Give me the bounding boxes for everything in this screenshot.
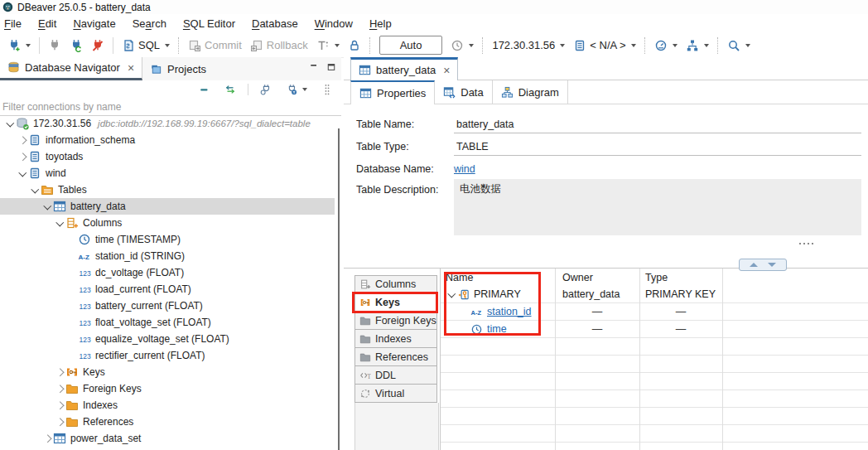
expand-up-icon[interactable] — [750, 263, 758, 267]
keys-grid-empty-row[interactable] — [441, 390, 868, 408]
menu-help[interactable]: Help — [361, 15, 400, 32]
tree-node-load-current-float[interactable]: load_current (FLOAT) — [0, 281, 335, 298]
tree-node-equalize-voltage-set-float[interactable]: equalize_voltage_set (FLOAT) — [0, 331, 335, 347]
chevron-right-icon[interactable] — [54, 366, 65, 378]
database-name-link[interactable]: wind — [454, 163, 475, 175]
chevron-right-icon[interactable] — [41, 433, 53, 444]
execution-plan-button[interactable] — [682, 36, 713, 55]
active-database-button[interactable]: < N/A > — [569, 36, 639, 55]
active-connection-button[interactable]: 172.30.31.56 — [488, 36, 569, 54]
chevron-right-icon[interactable] — [54, 383, 65, 394]
details-tab-ddl[interactable]: DDL — [354, 366, 437, 385]
tree-node-indexes[interactable]: Indexes — [0, 397, 335, 414]
dropdown-caret-icon[interactable] — [673, 44, 678, 47]
disconnect-button[interactable] — [87, 36, 108, 55]
tree-node-toyotads[interactable]: toyotads — [0, 148, 335, 165]
table-description-textarea[interactable]: 电池数据 — [454, 179, 861, 235]
filter-connections-input[interactable] — [0, 99, 341, 115]
subtab-properties[interactable]: Properties — [350, 80, 435, 104]
chevron-down-icon[interactable] — [17, 167, 28, 179]
tab-database-navigator[interactable]: Database Navigator × — [0, 57, 142, 80]
chevron-down-icon[interactable] — [4, 118, 16, 129]
dashboards-button[interactable] — [650, 36, 682, 55]
commit-button[interactable]: Commit — [184, 36, 246, 55]
connection-filter-button[interactable] — [282, 81, 311, 98]
reconnect-button[interactable] — [65, 36, 87, 55]
tree-node-tables[interactable]: Tables — [0, 181, 335, 198]
details-tab-foreign-keys[interactable]: Foreign Keys — [354, 312, 437, 330]
details-tab-indexes[interactable]: Indexes — [354, 330, 437, 348]
keys-grid-empty-row[interactable] — [441, 425, 868, 443]
pending-transactions-button[interactable] — [344, 36, 365, 55]
commit-mode-button[interactable]: Auto — [379, 36, 443, 55]
dropdown-caret-icon[interactable] — [26, 44, 31, 47]
menu-database[interactable]: Database — [244, 15, 306, 32]
dropdown-caret-icon[interactable] — [335, 44, 340, 47]
dropdown-caret-icon[interactable] — [704, 44, 709, 47]
subtab-diagram[interactable]: Diagram — [493, 80, 568, 104]
details-tab-references[interactable]: References — [354, 348, 437, 366]
maximize-view-icon[interactable] — [326, 62, 336, 72]
rollback-button[interactable]: Rollback — [246, 36, 312, 55]
keys-grid-empty-row[interactable] — [441, 338, 868, 356]
chevron-down-icon[interactable] — [41, 201, 53, 212]
keys-grid-empty-row[interactable] — [441, 356, 868, 373]
chevron-right-icon[interactable] — [17, 151, 28, 162]
menu-file[interactable]: File — [0, 15, 30, 32]
menu-sql-editor[interactable]: SQL Editor — [175, 15, 244, 32]
subtab-data[interactable]: Data — [435, 80, 492, 104]
keys-grid-empty-row[interactable] — [441, 443, 868, 450]
dropdown-caret-icon[interactable] — [560, 44, 565, 47]
menu-edit[interactable]: Edit — [30, 15, 65, 32]
details-tab-virtual[interactable]: Virtual — [354, 385, 437, 403]
tree-node-information-schema[interactable]: information_schema — [0, 132, 335, 148]
view-menu-button[interactable] — [317, 81, 337, 98]
menu-search[interactable]: Search — [124, 15, 175, 32]
tree-node-foreign-keys[interactable]: Foreign Keys — [0, 380, 335, 397]
details-tab-columns[interactable]: Columns — [354, 275, 437, 293]
keys-grid-empty-row[interactable] — [441, 408, 868, 425]
menu-navigate[interactable]: Navigate — [65, 15, 123, 32]
section-collapse-control[interactable] — [739, 259, 787, 271]
tree-node-172-30-31-56[interactable]: 172.30.31.56jdbc:iotdb://192.168.99.19:6… — [0, 115, 335, 132]
editor-tab-battery-data[interactable]: battery_data × — [350, 57, 458, 80]
dropdown-caret-icon[interactable] — [302, 88, 307, 91]
table-type-field[interactable]: TABLE — [454, 138, 861, 156]
new-sql-editor-button[interactable]: SQL — [118, 36, 174, 55]
tree-node-time-timestamp[interactable]: time (TIMESTAMP) — [0, 231, 335, 248]
chevron-right-icon[interactable] — [54, 416, 65, 428]
tree-node-rectifier-current-float[interactable]: rectifier_current (FLOAT) — [0, 347, 335, 364]
tree-node-columns[interactable]: Columns — [0, 215, 335, 231]
table-name-field[interactable]: battery_data — [454, 116, 861, 133]
tree-node-references[interactable]: References — [0, 414, 335, 430]
new-connection-button[interactable] — [3, 36, 35, 55]
close-icon[interactable]: × — [443, 65, 450, 76]
sash-grip[interactable] — [799, 243, 813, 244]
dropdown-caret-icon[interactable] — [165, 44, 170, 47]
transaction-history-button[interactable] — [446, 36, 478, 55]
collapse-down-icon[interactable] — [768, 263, 776, 267]
minimize-view-icon[interactable] — [309, 62, 319, 72]
tree-node-float-voltage-set-float[interactable]: float_voltage_set (FLOAT) — [0, 314, 335, 331]
chevron-right-icon[interactable] — [17, 134, 28, 146]
tree-node-dc-voltage-float[interactable]: dc_voltage (FLOAT) — [0, 264, 335, 281]
keys-grid-empty-row[interactable] — [441, 373, 868, 390]
new-connection-small-button[interactable] — [256, 81, 276, 98]
tree-node-battery-data[interactable]: battery_data — [0, 198, 335, 215]
chevron-down-icon[interactable] — [54, 217, 65, 229]
dropdown-caret-icon[interactable] — [745, 44, 750, 47]
connect-button[interactable] — [44, 36, 65, 55]
navigator-scrollbar[interactable] — [338, 128, 340, 450]
tab-projects[interactable]: Projects — [142, 57, 214, 80]
dropdown-caret-icon[interactable] — [631, 44, 636, 47]
column-header-owner[interactable]: Owner — [555, 269, 639, 286]
tree-node-wind[interactable]: wind — [0, 165, 335, 181]
collapse-all-button[interactable] — [195, 81, 215, 98]
tree-node-keys[interactable]: Keys — [0, 364, 335, 380]
menu-window[interactable]: Window — [306, 15, 361, 32]
tree-node-battery-current-float[interactable]: battery_current (FLOAT) — [0, 298, 335, 314]
tree-node-station-id-string[interactable]: station_id (STRING) — [0, 248, 335, 264]
chevron-down-icon[interactable] — [29, 184, 41, 196]
transaction-mode-button[interactable] — [312, 36, 344, 55]
tree-node-power-data-set[interactable]: power_data_set — [0, 430, 335, 447]
